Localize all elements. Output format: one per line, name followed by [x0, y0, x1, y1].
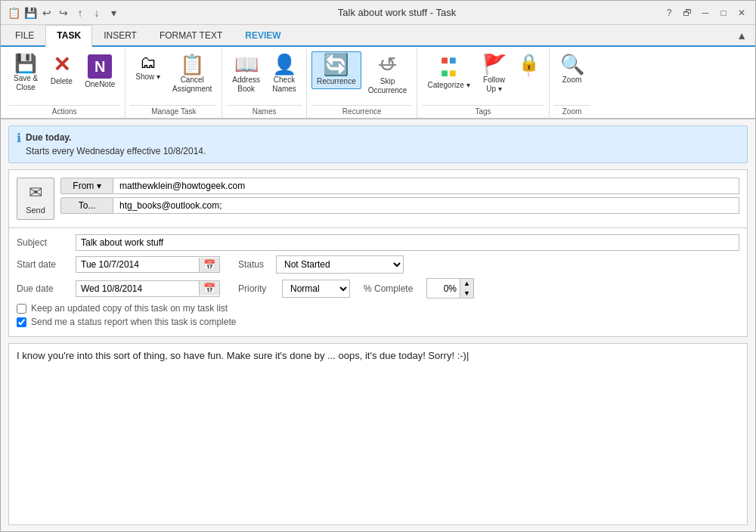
spin-down-button[interactable]: ▼ [460, 289, 473, 298]
checkbox1-label[interactable]: Keep an updated copy of this task on my … [31, 303, 228, 314]
status-select[interactable]: Not Started In Progress Completed Waitin… [276, 255, 404, 274]
complete-spinner: ▲ ▼ [426, 278, 474, 298]
zoom-label: Zoom [562, 76, 582, 85]
send-icon: ✉ [29, 183, 42, 203]
recurrence-icon: 🔄 [323, 54, 349, 76]
follow-up-label: FollowUp ▾ [483, 76, 505, 94]
title-bar: 📋 💾 ↩ ↪ ↑ ↓ ▾ Talk about work stuff - Ta… [1, 1, 755, 25]
actions-group-items: 💾 Save &Close ✕ Delete N OneNote [8, 51, 120, 104]
to-button[interactable]: To... [60, 197, 113, 214]
start-date-input[interactable] [76, 257, 199, 272]
minimize-button[interactable]: ─ [698, 5, 713, 20]
ribbon: 💾 Save &Close ✕ Delete N OneNote Actions… [1, 47, 755, 119]
skip-occurrence-button[interactable]: ↺ SkipOccurrence [363, 51, 413, 98]
checkbox2[interactable] [17, 317, 26, 327]
close-button[interactable]: ✕ [734, 5, 749, 20]
redo-icon[interactable]: ↪ [57, 6, 70, 20]
ribbon-collapse-button[interactable]: ▲ [731, 25, 752, 45]
application-window: 📋 💾 ↩ ↪ ↑ ↓ ▾ Talk about work stuff - Ta… [0, 0, 756, 532]
ribbon-group-zoom: 🔍 Zoom Zoom [550, 48, 595, 118]
show-label: Show ▾ [135, 73, 160, 82]
address-book-label: AddressBook [232, 76, 260, 94]
ribbon-group-manage-task: 🗂 Show ▾ 📋 CancelAssignment Manage Task [125, 48, 222, 118]
window-controls: ? 🗗 ─ □ ✕ [662, 5, 749, 20]
tab-file[interactable]: FILE [4, 25, 45, 45]
priority-select[interactable]: Low Normal High [282, 280, 350, 298]
restore-button[interactable]: 🗗 [680, 5, 695, 20]
due-date-calendar-button[interactable]: 📅 [199, 281, 219, 295]
follow-up-button[interactable]: 🚩 FollowUp ▾ [477, 51, 512, 97]
info-line2: Starts every Wednesday effective 10/8/20… [26, 146, 206, 156]
to-row: To... htg_books@outlook.com; [60, 197, 739, 214]
to-value: htg_books@outlook.com; [113, 197, 739, 214]
spin-up-button[interactable]: ▲ [460, 279, 473, 289]
recurrence-group-items: 🔄 Recurrence ↺ SkipOccurrence [311, 51, 412, 104]
private-icon: 🔒 [519, 54, 539, 71]
save-close-button[interactable]: 💾 Save &Close [8, 51, 43, 95]
subject-label: Subject [17, 237, 70, 248]
maximize-button[interactable]: □ [716, 5, 731, 20]
app-icon: 📋 [7, 6, 20, 20]
manage-task-group-items: 🗂 Show ▾ 📋 CancelAssignment [130, 51, 217, 104]
skip-occurrence-icon: ↺ [379, 54, 396, 76]
save-close-icon: 💾 [14, 54, 37, 73]
onenote-icon: N [88, 54, 112, 79]
categorize-label: Categorize ▾ [427, 81, 469, 90]
checkbox2-label[interactable]: Send me a status report when this task i… [31, 317, 236, 327]
start-date-label: Start date [17, 259, 70, 270]
ribbon-tab-bar: FILE TASK INSERT FORMAT TEXT REVIEW ▲ [1, 25, 755, 47]
zoom-button[interactable]: 🔍 Zoom [555, 51, 590, 88]
skip-occurrence-label: SkipOccurrence [368, 77, 407, 95]
send-button[interactable]: ✉ Send [17, 178, 54, 220]
save-close-label: Save &Close [14, 74, 38, 92]
window-title: Talk about work stuff - Task [132, 7, 662, 18]
address-book-button[interactable]: 📖 AddressBook [227, 51, 265, 97]
zoom-icon: 🔍 [560, 54, 584, 74]
complete-input[interactable] [426, 278, 460, 298]
ribbon-group-tags: ■■ ■■ Categorize ▾ 🚩 FollowUp ▾ 🔒 ! Tags [417, 48, 549, 118]
start-date-field: 📅 [76, 256, 220, 273]
checkbox1-row: Keep an updated copy of this task on my … [17, 303, 739, 314]
tab-format-text[interactable]: FORMAT TEXT [148, 25, 234, 45]
onenote-button[interactable]: N OneNote [79, 51, 120, 92]
tab-review[interactable]: REVIEW [234, 25, 292, 45]
delete-button[interactable]: ✕ Delete [45, 51, 78, 89]
tags-group-label: Tags [422, 105, 544, 118]
due-date-input[interactable] [76, 281, 199, 296]
cancel-assignment-button[interactable]: 📋 CancelAssignment [167, 51, 217, 97]
address-rows: From ▾ matthewklein@howtogeek.com To... … [60, 178, 739, 220]
tab-insert[interactable]: INSERT [92, 25, 148, 45]
spin-buttons: ▲ ▼ [460, 278, 474, 298]
body-text-area[interactable]: I know you're into this sort of thing, s… [8, 343, 748, 525]
checkbox1[interactable] [17, 304, 26, 314]
help-button[interactable]: ? [662, 5, 677, 20]
content-area: ℹ Due today. Starts every Wednesday effe… [1, 119, 755, 531]
follow-up-icon: 🚩 [482, 54, 507, 74]
tab-task[interactable]: TASK [45, 25, 92, 47]
priority-label: Priority [238, 283, 276, 294]
start-date-calendar-button[interactable]: 📅 [199, 258, 219, 272]
delete-label: Delete [51, 77, 73, 86]
names-group-items: 📖 AddressBook 👤 CheckNames [227, 51, 302, 104]
check-names-button[interactable]: 👤 CheckNames [267, 51, 302, 97]
show-button[interactable]: 🗂 Show ▾ [130, 51, 166, 85]
recurrence-label: Recurrence [317, 77, 356, 86]
delete-icon: ✕ [53, 54, 70, 76]
recurrence-button[interactable]: 🔄 Recurrence [311, 51, 361, 89]
subject-row: Subject [17, 234, 739, 251]
ribbon-group-recurrence: 🔄 Recurrence ↺ SkipOccurrence Recurrence [307, 48, 417, 118]
categorize-button[interactable]: ■■ ■■ Categorize ▾ [422, 51, 475, 93]
show-icon: 🗂 [140, 54, 156, 71]
ribbon-group-actions: 💾 Save &Close ✕ Delete N OneNote Actions [4, 48, 125, 118]
undo-icon[interactable]: ↩ [40, 6, 54, 20]
down-icon[interactable]: ↓ [90, 6, 104, 20]
from-button[interactable]: From ▾ [60, 178, 113, 194]
more-icon[interactable]: ▾ [107, 6, 120, 20]
subject-input[interactable] [76, 234, 739, 251]
categorize-icon: ■■ ■■ [441, 54, 456, 79]
up-icon[interactable]: ↑ [73, 6, 87, 20]
save-quick-icon[interactable]: 💾 [23, 6, 37, 20]
private-button[interactable]: 🔒 ! [513, 51, 544, 82]
due-date-field: 📅 [76, 280, 220, 297]
info-text: Due today. Starts every Wednesday effect… [26, 131, 206, 158]
